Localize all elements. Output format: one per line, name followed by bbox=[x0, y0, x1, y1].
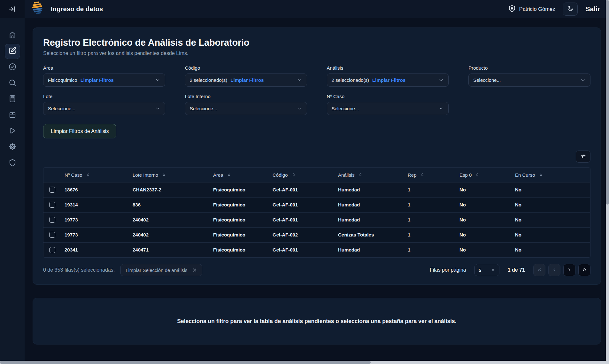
cell-rep: 1 bbox=[405, 227, 456, 242]
sort-header-rep[interactable]: Rep bbox=[408, 172, 453, 178]
sidebar-item-products[interactable] bbox=[4, 107, 20, 123]
sidebar-expand-icon[interactable] bbox=[8, 5, 16, 13]
sidebar-item-run[interactable] bbox=[4, 123, 20, 139]
row-checkbox[interactable] bbox=[49, 232, 55, 238]
sidebar-item-data-entry[interactable] bbox=[5, 44, 20, 59]
sort-icon bbox=[227, 173, 231, 177]
sort-header-lote-interno[interactable]: Lote Interno bbox=[133, 172, 207, 178]
column-label: Código bbox=[273, 172, 288, 178]
cell-area: Fisicoquímico bbox=[210, 227, 269, 242]
sort-icon bbox=[162, 173, 166, 177]
analisis-select[interactable]: 2 seleccionado(s) Limpiar Filtros bbox=[327, 74, 449, 87]
sort-header-caso[interactable]: Nº Caso bbox=[65, 172, 126, 178]
last-page-button[interactable] bbox=[578, 264, 590, 276]
sort-header-esp0[interactable]: Esp 0 bbox=[459, 172, 509, 178]
cell-rep: 1 bbox=[405, 212, 456, 227]
sidebar-item-search[interactable] bbox=[4, 75, 20, 91]
sort-icon bbox=[475, 173, 480, 177]
pagination bbox=[533, 264, 590, 276]
logout-button[interactable]: Salir bbox=[585, 5, 600, 13]
shield-user-icon bbox=[508, 4, 516, 14]
filter-producto-label: Producto bbox=[468, 65, 590, 71]
close-icon[interactable] bbox=[192, 267, 197, 273]
cell-lote-interno: 836 bbox=[129, 197, 210, 212]
area-select-value: Fisicoquímico bbox=[48, 77, 77, 83]
cell-codigo: Gel-AF-001 bbox=[269, 197, 335, 212]
main-content: Registro Electrónico de Análisis de Labo… bbox=[25, 18, 609, 364]
table-row: 19773 240402 Fisicoquímico Gel-AF-001 Hu… bbox=[43, 212, 590, 227]
sidebar-item-security[interactable] bbox=[4, 155, 20, 171]
sidebar-item-calculator[interactable] bbox=[4, 91, 20, 107]
horizontal-scrollbar[interactable] bbox=[0, 361, 609, 364]
caso-select-value: Seleccione... bbox=[332, 106, 359, 111]
topbar: Ingreso de datos Patricio Gómez Salir bbox=[25, 0, 609, 18]
chevron-down-icon bbox=[580, 77, 586, 83]
rows-per-page-select[interactable]: 5 bbox=[474, 264, 499, 276]
vertical-scrollbar-thumb[interactable] bbox=[606, 0, 609, 205]
rows-per-page-label: Filas por página bbox=[430, 267, 466, 273]
caso-select[interactable]: Seleccione... bbox=[327, 102, 449, 115]
home-icon bbox=[8, 31, 17, 40]
sidebar-item-approvals[interactable] bbox=[4, 59, 20, 75]
previous-page-button[interactable] bbox=[548, 264, 560, 276]
producto-select[interactable]: Seleccione... bbox=[468, 74, 590, 87]
analysis-registry-card: Registro Electrónico de Análisis de Labo… bbox=[33, 27, 601, 285]
area-clear-filters-link[interactable]: Limpiar Filtros bbox=[81, 77, 114, 83]
codigo-clear-filters-link[interactable]: Limpiar Filtros bbox=[230, 77, 264, 83]
filter-codigo: Código 2 seleccionado(s) Limpiar Filtros bbox=[185, 65, 307, 87]
chevron-down-icon bbox=[438, 77, 444, 83]
sort-header-area[interactable]: Área bbox=[213, 172, 266, 178]
next-page-button[interactable] bbox=[563, 264, 575, 276]
cell-rep: 1 bbox=[405, 197, 456, 212]
codigo-select[interactable]: 2 seleccionado(s) Limpiar Filtros bbox=[185, 74, 307, 87]
chevron-down-icon bbox=[155, 106, 160, 111]
horizontal-scrollbar-thumb[interactable] bbox=[0, 361, 371, 364]
page-title: Registro Electrónico de Análisis de Labo… bbox=[43, 37, 590, 48]
package-icon bbox=[8, 111, 17, 120]
cell-esp0: No bbox=[456, 212, 512, 227]
filter-producto: Producto Seleccione... bbox=[468, 65, 590, 87]
area-select[interactable]: Fisicoquímico Limpiar Filtros bbox=[43, 74, 165, 87]
cell-area: Fisicoquímico bbox=[210, 197, 269, 212]
cell-caso: 19314 bbox=[61, 197, 129, 212]
cell-analisis: Humedad bbox=[335, 242, 405, 257]
vertical-scrollbar[interactable] bbox=[606, 0, 609, 364]
producto-select-value: Seleccione... bbox=[473, 77, 501, 83]
sort-header-codigo[interactable]: Código bbox=[273, 172, 332, 178]
table-header-row: Nº Caso Lote Interno Área Código Análisi… bbox=[43, 168, 590, 182]
clear-selection-chip[interactable]: Limpiar Selección de análisis bbox=[120, 264, 202, 276]
table-footer: 0 de 353 filas(s) seleccionadas. Limpiar… bbox=[43, 264, 590, 276]
theme-toggle-button[interactable] bbox=[563, 3, 578, 16]
codigo-select-value: 2 seleccionado(s) bbox=[190, 77, 227, 83]
first-page-button[interactable] bbox=[533, 264, 545, 276]
selection-count-text: 0 de 353 filas(s) seleccionadas. bbox=[43, 267, 115, 273]
cell-esp0: No bbox=[456, 182, 512, 197]
cell-analisis: Humedad bbox=[335, 212, 405, 227]
sort-header-en-curso[interactable]: En Curso bbox=[515, 172, 587, 178]
play-icon bbox=[8, 127, 17, 136]
row-checkbox[interactable] bbox=[49, 202, 55, 208]
lote-interno-select[interactable]: Seleccione... bbox=[185, 102, 307, 115]
filter-lote: Lote Seleccione... bbox=[43, 94, 165, 115]
lote-select[interactable]: Seleccione... bbox=[43, 102, 165, 115]
table-settings-button[interactable] bbox=[576, 151, 590, 163]
sort-header-analisis[interactable]: Análisis bbox=[338, 172, 401, 178]
cell-en-curso: No bbox=[512, 182, 590, 197]
filter-caso-label: Nº Caso bbox=[327, 94, 449, 99]
cell-analisis: Cenizas Totales bbox=[335, 227, 405, 242]
sidebar-item-home[interactable] bbox=[4, 27, 20, 43]
sort-icon bbox=[420, 173, 425, 177]
filters-grid: Área Fisicoquímico Limpiar Filtros Códig… bbox=[43, 65, 590, 115]
table-toolbar bbox=[43, 151, 590, 163]
user-area: Patricio Gómez Salir bbox=[508, 3, 600, 16]
sidebar-item-settings[interactable] bbox=[4, 139, 20, 155]
table-row: 18676 CHAN2337-2 Fisicoquímico Gel-AF-00… bbox=[43, 182, 590, 197]
chevrons-right-icon bbox=[582, 267, 587, 274]
column-label: Lote Interno bbox=[133, 172, 158, 178]
clear-analysis-filters-button[interactable]: Limpiar Filtros de Análisis bbox=[43, 124, 116, 138]
row-checkbox[interactable] bbox=[49, 187, 55, 193]
row-checkbox[interactable] bbox=[49, 217, 55, 223]
row-checkbox[interactable] bbox=[49, 247, 55, 253]
analisis-clear-filters-link[interactable]: Limpiar Filtros bbox=[372, 77, 405, 83]
shield-icon bbox=[8, 159, 17, 168]
